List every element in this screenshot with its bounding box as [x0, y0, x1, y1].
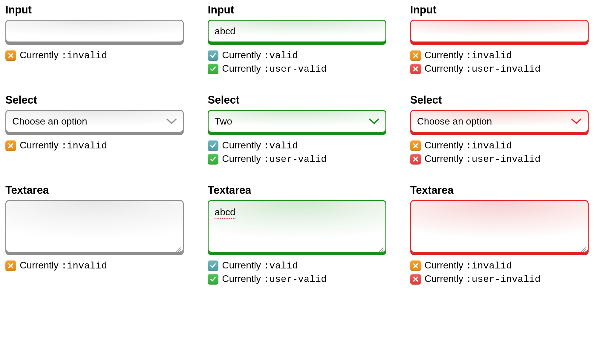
input-label: Input — [5, 4, 184, 16]
text-input[interactable] — [208, 20, 386, 42]
select-input[interactable]: Choose an option — [5, 110, 184, 133]
check-icon — [208, 154, 218, 165]
status-selector: :user-valid — [264, 154, 327, 165]
status-line: Currently :invalid — [410, 260, 589, 271]
textarea-wrap: abcd — [208, 200, 386, 253]
textarea-label: Textarea — [410, 184, 589, 196]
textarea-wrap — [5, 200, 184, 253]
status-selector: :valid — [264, 140, 298, 151]
select-input[interactable]: Choose an option — [410, 110, 589, 133]
text-input[interactable] — [410, 20, 589, 42]
cell-input-col2: Input Currently :validCurrently :user-va… — [208, 4, 386, 75]
select-label: Select — [208, 94, 386, 106]
status-selector: :user-valid — [264, 274, 327, 285]
select-label: Select — [410, 94, 589, 106]
status-selector: :invalid — [61, 50, 107, 61]
status-list: Currently :invalidCurrently :user-invali… — [410, 260, 589, 285]
status-selector: :user-invalid — [466, 274, 541, 285]
input-wrap — [5, 20, 184, 42]
form-demo-grid: Input Currently :invalid Input Currently… — [5, 4, 589, 285]
input-label: Input — [410, 4, 589, 16]
check-icon — [208, 50, 218, 61]
textarea-input[interactable] — [410, 200, 589, 253]
status-prefix: Currently — [222, 50, 264, 60]
status-selector: :invalid — [61, 140, 107, 151]
check-icon — [208, 64, 218, 74]
status-prefix: Currently — [222, 260, 264, 271]
textarea-label: Textarea — [208, 184, 386, 196]
status-prefix: Currently — [425, 140, 466, 150]
textarea-input[interactable] — [5, 200, 184, 253]
status-prefix: Currently — [222, 153, 264, 164]
status-prefix: Currently — [425, 50, 466, 60]
chevron-down-icon — [571, 118, 582, 125]
input-wrap — [410, 20, 589, 42]
status-line: Currently :user-invalid — [410, 273, 589, 285]
x-icon — [410, 64, 421, 74]
x-icon — [410, 140, 421, 151]
status-text: Currently :user-valid — [222, 63, 327, 75]
status-line: Currently :user-valid — [208, 63, 386, 75]
x-icon — [410, 260, 421, 271]
status-prefix: Currently — [20, 50, 61, 60]
textarea-wrap — [410, 200, 589, 253]
cell-select-col3: Select Choose an option Currently :inval… — [410, 94, 589, 165]
status-prefix: Currently — [425, 153, 466, 164]
status-text: Currently :valid — [222, 140, 298, 151]
x-icon — [5, 140, 16, 151]
status-line: Currently :user-invalid — [410, 63, 589, 75]
cell-textarea-col2: Textarea abcd Currently :validCurrently … — [208, 184, 386, 285]
status-prefix: Currently — [425, 260, 466, 271]
status-text: Currently :user-invalid — [425, 153, 541, 165]
status-list: Currently :invalidCurrently :user-invali… — [410, 50, 589, 75]
status-list: Currently :validCurrently :user-valid — [208, 260, 386, 285]
status-text: Currently :invalid — [425, 140, 512, 151]
status-selector: :invalid — [61, 260, 107, 271]
status-list: Currently :invalid — [5, 140, 184, 151]
select-wrap: Choose an option — [410, 110, 589, 133]
status-line: Currently :invalid — [5, 140, 184, 151]
cell-textarea-col3: Textarea Currently :invalidCurrently :us… — [410, 184, 589, 285]
cell-select-col1: Select Choose an option Currently :inval… — [5, 94, 184, 165]
status-text: Currently :invalid — [20, 50, 107, 61]
status-selector: :user-invalid — [466, 154, 541, 165]
status-list: Currently :invalid — [5, 260, 184, 271]
textarea-input[interactable]: abcd — [208, 200, 386, 253]
select-input[interactable]: Two — [208, 110, 386, 133]
select-value: Choose an option — [417, 116, 492, 127]
textarea-label: Textarea — [5, 184, 184, 196]
status-prefix: Currently — [20, 140, 61, 150]
input-wrap — [208, 20, 386, 42]
status-selector: :invalid — [466, 260, 512, 271]
status-line: Currently :invalid — [410, 140, 589, 151]
misspelled-word: abcd — [215, 206, 235, 219]
cell-select-col2: Select Two Currently :validCurrently :us… — [208, 94, 386, 165]
status-line: Currently :invalid — [410, 50, 589, 61]
status-list: Currently :validCurrently :user-valid — [208, 140, 386, 165]
status-list: Currently :validCurrently :user-valid — [208, 50, 386, 75]
input-label: Input — [208, 4, 386, 16]
status-prefix: Currently — [222, 140, 264, 150]
status-prefix: Currently — [425, 63, 466, 74]
status-text: Currently :user-invalid — [425, 273, 541, 285]
chevron-down-icon — [166, 118, 177, 125]
status-selector: :valid — [264, 50, 298, 61]
text-input[interactable] — [5, 20, 184, 42]
select-wrap: Choose an option — [5, 110, 184, 133]
status-list: Currently :invalidCurrently :user-invali… — [410, 140, 589, 165]
check-icon — [208, 274, 218, 285]
check-icon — [208, 140, 218, 151]
status-line: Currently :invalid — [5, 260, 184, 271]
status-line: Currently :valid — [208, 50, 386, 61]
status-list: Currently :invalid — [5, 50, 184, 61]
status-text: Currently :invalid — [425, 260, 512, 271]
status-line: Currently :user-valid — [208, 153, 386, 165]
status-text: Currently :invalid — [425, 50, 512, 61]
cell-input-col3: Input Currently :invalidCurrently :user-… — [410, 4, 589, 75]
status-selector: :user-invalid — [466, 64, 541, 75]
x-icon — [5, 260, 16, 271]
select-label: Select — [5, 94, 184, 106]
x-icon — [410, 50, 421, 61]
status-selector: :invalid — [466, 50, 512, 61]
status-prefix: Currently — [222, 273, 264, 284]
